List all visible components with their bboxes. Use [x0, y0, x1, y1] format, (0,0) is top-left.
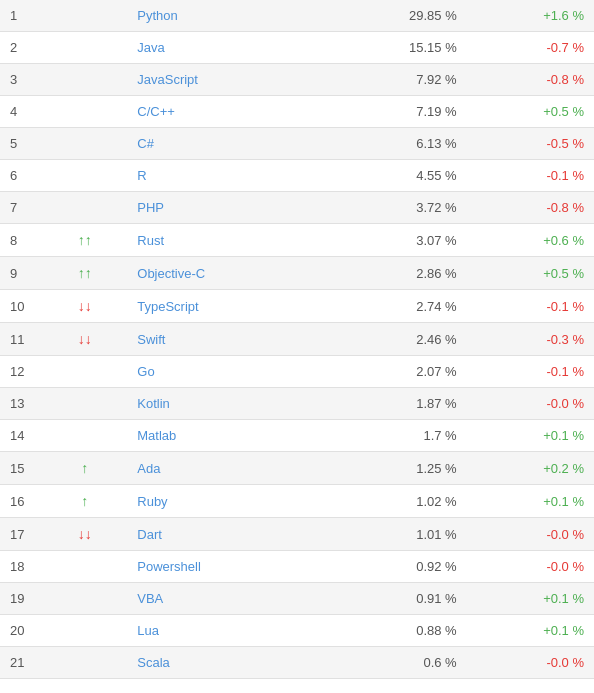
rank-cell: 10	[0, 290, 42, 323]
trend-cell	[42, 96, 127, 128]
language-cell: VBA	[127, 583, 318, 615]
language-cell: PHP	[127, 192, 318, 224]
percent-cell: 1.7 %	[318, 420, 467, 452]
change-cell: +0.1 %	[467, 583, 594, 615]
trend-cell	[42, 32, 127, 64]
table-row: 17 ↓↓ Dart 1.01 % -0.0 %	[0, 518, 594, 551]
trend-down2-icon: ↓↓	[78, 298, 92, 314]
rank-cell: 4	[0, 96, 42, 128]
table-row: 6 R 4.55 % -0.1 %	[0, 160, 594, 192]
trend-cell: ↓↓	[42, 323, 127, 356]
change-cell: -0.8 %	[467, 64, 594, 96]
table-row: 15 ↑ Ada 1.25 % +0.2 %	[0, 452, 594, 485]
table-row: 12 Go 2.07 % -0.1 %	[0, 356, 594, 388]
language-cell: Dart	[127, 518, 318, 551]
percent-cell: 15.15 %	[318, 32, 467, 64]
table-row: 13 Kotlin 1.87 % -0.0 %	[0, 388, 594, 420]
trend-up1-icon: ↑	[81, 460, 88, 476]
rank-cell: 17	[0, 518, 42, 551]
rank-cell: 2	[0, 32, 42, 64]
trend-cell	[42, 583, 127, 615]
rank-cell: 14	[0, 420, 42, 452]
table-row: 7 PHP 3.72 % -0.8 %	[0, 192, 594, 224]
table-row: 2 Java 15.15 % -0.7 %	[0, 32, 594, 64]
trend-cell: ↓↓	[42, 518, 127, 551]
rank-cell: 12	[0, 356, 42, 388]
change-cell: -0.0 %	[467, 647, 594, 679]
change-cell: -0.0 %	[467, 388, 594, 420]
percent-cell: 3.72 %	[318, 192, 467, 224]
change-cell: +0.2 %	[467, 452, 594, 485]
rank-cell: 5	[0, 128, 42, 160]
percent-cell: 7.19 %	[318, 96, 467, 128]
trend-cell	[42, 356, 127, 388]
table-row: 14 Matlab 1.7 % +0.1 %	[0, 420, 594, 452]
change-cell: +1.6 %	[467, 0, 594, 32]
percent-cell: 2.07 %	[318, 356, 467, 388]
rank-cell: 13	[0, 388, 42, 420]
percent-cell: 7.92 %	[318, 64, 467, 96]
trend-cell: ↑	[42, 452, 127, 485]
trend-cell	[42, 647, 127, 679]
percent-cell: 6.13 %	[318, 128, 467, 160]
rank-cell: 3	[0, 64, 42, 96]
table-row: 4 C/C++ 7.19 % +0.5 %	[0, 96, 594, 128]
change-cell: -0.0 %	[467, 518, 594, 551]
rank-cell: 7	[0, 192, 42, 224]
trend-up1-icon: ↑	[81, 493, 88, 509]
change-cell: +0.1 %	[467, 485, 594, 518]
percent-cell: 0.6 %	[318, 647, 467, 679]
rank-cell: 18	[0, 551, 42, 583]
change-cell: -0.1 %	[467, 290, 594, 323]
trend-cell	[42, 192, 127, 224]
change-cell: -0.7 %	[467, 32, 594, 64]
rank-cell: 21	[0, 647, 42, 679]
trend-cell	[42, 128, 127, 160]
percent-cell: 0.92 %	[318, 551, 467, 583]
table-row: 3 JavaScript 7.92 % -0.8 %	[0, 64, 594, 96]
language-cell: C#	[127, 128, 318, 160]
percent-cell: 1.02 %	[318, 485, 467, 518]
rank-cell: 15	[0, 452, 42, 485]
table-row: 16 ↑ Ruby 1.02 % +0.1 %	[0, 485, 594, 518]
trend-cell	[42, 0, 127, 32]
percent-cell: 2.74 %	[318, 290, 467, 323]
language-cell: Go	[127, 356, 318, 388]
table-row: 18 Powershell 0.92 % -0.0 %	[0, 551, 594, 583]
trend-up2-icon: ↑↑	[78, 232, 92, 248]
percent-cell: 0.91 %	[318, 583, 467, 615]
percent-cell: 0.88 %	[318, 615, 467, 647]
percent-cell: 2.46 %	[318, 323, 467, 356]
rank-cell: 8	[0, 224, 42, 257]
language-cell: Lua	[127, 615, 318, 647]
language-cell: Matlab	[127, 420, 318, 452]
language-cell: Ruby	[127, 485, 318, 518]
rank-cell: 16	[0, 485, 42, 518]
trend-cell	[42, 420, 127, 452]
percent-cell: 1.87 %	[318, 388, 467, 420]
rank-cell: 6	[0, 160, 42, 192]
percent-cell: 4.55 %	[318, 160, 467, 192]
language-cell: R	[127, 160, 318, 192]
change-cell: +0.5 %	[467, 96, 594, 128]
rank-cell: 11	[0, 323, 42, 356]
change-cell: -0.8 %	[467, 192, 594, 224]
table-row: 10 ↓↓ TypeScript 2.74 % -0.1 %	[0, 290, 594, 323]
trend-down2-icon: ↓↓	[78, 331, 92, 347]
language-cell: Python	[127, 0, 318, 32]
change-cell: -0.5 %	[467, 128, 594, 160]
table-row: 9 ↑↑ Objective-C 2.86 % +0.5 %	[0, 257, 594, 290]
percent-cell: 1.01 %	[318, 518, 467, 551]
trend-cell: ↓↓	[42, 290, 127, 323]
change-cell: +0.6 %	[467, 224, 594, 257]
percent-cell: 3.07 %	[318, 224, 467, 257]
rankings-table: 1 Python 29.85 % +1.6 % 2 Java 15.15 % -…	[0, 0, 594, 679]
trend-cell: ↑	[42, 485, 127, 518]
percent-cell: 1.25 %	[318, 452, 467, 485]
trend-cell: ↑↑	[42, 257, 127, 290]
trend-cell	[42, 615, 127, 647]
rank-cell: 20	[0, 615, 42, 647]
change-cell: -0.0 %	[467, 551, 594, 583]
language-cell: JavaScript	[127, 64, 318, 96]
table-row: 8 ↑↑ Rust 3.07 % +0.6 %	[0, 224, 594, 257]
